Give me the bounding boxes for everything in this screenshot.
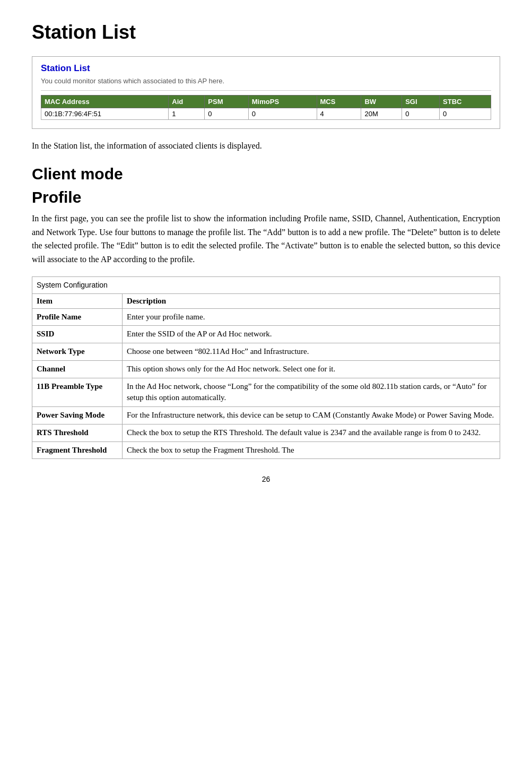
- config-item: SSID: [32, 326, 123, 343]
- station-inner-title: Station List: [41, 63, 491, 74]
- config-item: Power Saving Mode: [32, 407, 123, 425]
- col-psm: PSM: [205, 96, 248, 108]
- config-description: For the Infrastructure network, this dev…: [123, 407, 500, 425]
- config-description: Choose one between “802.11Ad Hoc” and In…: [123, 343, 500, 361]
- station-cell: 0: [248, 108, 317, 120]
- config-item: RTS Threshold: [32, 424, 123, 441]
- station-sub-text: You could monitor stations which associa…: [41, 77, 491, 85]
- client-mode-title: Client mode: [32, 165, 500, 183]
- station-cell: 0: [440, 108, 491, 120]
- table-row: RTS ThresholdCheck the box to setup the …: [32, 424, 500, 441]
- station-screenshot: Station List You could monitor stations …: [32, 56, 500, 129]
- config-description: Enter the SSID of the AP or Ad Hoc netwo…: [123, 326, 500, 343]
- station-cell: 00:1B:77:96:4F:51: [41, 108, 169, 120]
- config-description: Check the box to setup the RTS Threshold…: [123, 424, 500, 441]
- station-cell: 20M: [361, 108, 402, 120]
- profile-title: Profile: [32, 188, 500, 206]
- config-item: Fragment Threshold: [32, 441, 123, 459]
- config-description: This option shows only for the Ad Hoc ne…: [123, 360, 500, 378]
- col-mcs: MCS: [317, 96, 361, 108]
- config-col-description: Description: [123, 293, 500, 308]
- station-cell: 1: [169, 108, 205, 120]
- col-mimops: MimoPS: [248, 96, 317, 108]
- table-row: Network TypeChoose one between “802.11Ad…: [32, 343, 500, 361]
- profile-paragraph: In the first page, you can see the profi…: [32, 212, 500, 266]
- config-item: Network Type: [32, 343, 123, 361]
- table-row: Power Saving ModeFor the Infrastructure …: [32, 407, 500, 425]
- config-description: In the Ad Hoc network, choose “Long” for…: [123, 378, 500, 407]
- config-col-item: Item: [32, 293, 123, 308]
- table-row: Fragment ThresholdCheck the box to setup…: [32, 441, 500, 459]
- config-table: System Configuration Item Description Pr…: [32, 276, 500, 459]
- col-aid: Aid: [169, 96, 205, 108]
- config-item: Channel: [32, 360, 123, 378]
- config-description: Enter your profile name.: [123, 308, 500, 326]
- table-row: ChannelThis option shows only for the Ad…: [32, 360, 500, 378]
- page-number: 26: [32, 475, 500, 483]
- table-row: SSIDEnter the SSID of the AP or Ad Hoc n…: [32, 326, 500, 343]
- table-row: Profile NameEnter your profile name.: [32, 308, 500, 326]
- config-item: 11B Preamble Type: [32, 378, 123, 407]
- station-cell: 0: [205, 108, 248, 120]
- col-bw: BW: [361, 96, 402, 108]
- station-cell: 4: [317, 108, 361, 120]
- intro-paragraph: In the Station list, the information of …: [32, 140, 500, 152]
- col-mac-address: MAC Address: [41, 96, 169, 108]
- config-item: Profile Name: [32, 308, 123, 326]
- page-title: Station List: [32, 21, 500, 44]
- col-sgi: SGI: [402, 96, 440, 108]
- table-row: 11B Preamble TypeIn the Ad Hoc network, …: [32, 378, 500, 407]
- station-table: MAC Address Aid PSM MimoPS MCS BW SGI ST…: [41, 95, 491, 120]
- config-description: Check the box to setup the Fragment Thre…: [123, 441, 500, 459]
- station-cell: 0: [402, 108, 440, 120]
- config-section-header: System Configuration: [32, 277, 500, 293]
- col-stbc: STBC: [440, 96, 491, 108]
